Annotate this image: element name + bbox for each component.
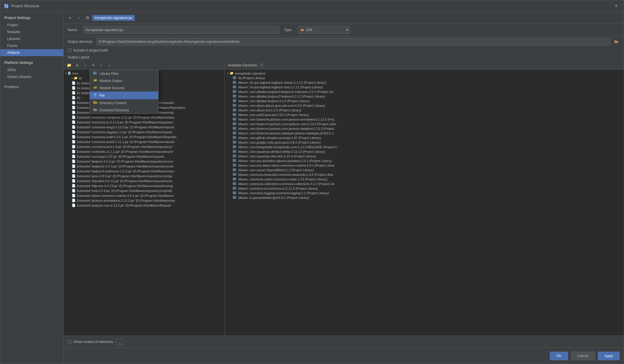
svg-rect-53 (234, 122, 235, 125)
tree-item-extracted[interactable]: 📄Extracted 'commons-lang3-3.12.0.jar' (D… (64, 125, 225, 129)
tree-item-extracted[interactable]: 📄Extracted 'commons-pool2-2.11.1.jar' (D… (64, 139, 225, 144)
avail-item[interactable]: Maven: com.squareup.okhttp3:okhttp:3.12.… (225, 149, 624, 154)
tree-item-extracted[interactable]: 📄Extracted 'jackson-core-2.13.3.jar' (D:… (64, 203, 225, 208)
avail-root-icon: 📁 (230, 71, 234, 75)
extracted-item-icon: 📄 (72, 106, 76, 109)
output-dir-input[interactable] (97, 38, 610, 45)
avail-item[interactable]: Maven: commons-beanutils:commons-beanuti… (225, 172, 624, 177)
svg-rect-51 (235, 118, 236, 121)
svg-rect-76 (233, 159, 234, 162)
avail-item[interactable]: Maven: com.fasterxml.jackson.datatype:ja… (225, 131, 624, 136)
tree-item-extracted[interactable]: 📄Extracted 'fastjson-2.0.3.jar' (D:/Prog… (64, 159, 225, 164)
more-options-button[interactable]: ... (115, 339, 123, 345)
move-down-button[interactable]: ↓ (106, 62, 113, 69)
tree-item-extracted[interactable]: 📄Extracted 'ini4j-0.5.4.jar' (D:/Program… (64, 188, 225, 193)
svg-rect-44 (234, 108, 235, 111)
avail-item[interactable]: Maven: com.zaxxer:SparseBitSet:1.2 (Proj… (225, 168, 624, 172)
avail-item[interactable]: Maven: com.alibaba.fastjson2:fastjson2:2… (225, 94, 624, 99)
remove-artifact-button[interactable]: − (75, 14, 83, 22)
name-input[interactable] (83, 26, 279, 34)
svg-rect-39 (235, 99, 236, 102)
avail-item[interactable]: Maven: com.sun.istack:istack-commons-run… (225, 163, 624, 168)
sidebar-item-sdks[interactable]: SDKs (0, 66, 63, 73)
tree-item-extracted[interactable]: 📄Extracted 'httpcore-4.4.13.jar' (D:/Pro… (64, 183, 225, 188)
move-up-button[interactable]: ↑ (98, 62, 105, 69)
avail-item[interactable]: Maven: com.auth0:java-jwt:3.19.2 (Projec… (225, 113, 624, 117)
avail-item[interactable]: Maven: io.jsonwebtoken:jjwt:0.9.1 (Proje… (225, 195, 624, 200)
apply-button[interactable]: Apply (598, 352, 620, 360)
copy-artifact-button[interactable]: ⧉ (84, 14, 91, 22)
tree-item-extracted[interactable]: 📄Extracted 'commons-logging-1.2.jar' (D:… (64, 129, 225, 134)
avail-item[interactable]: Maven: com.alibaba:fastjson:2.0.3 (Proje… (225, 99, 624, 103)
avail-item[interactable]: Maven: com.fasterxml.jackson.core:jackso… (225, 117, 624, 122)
sidebar-item-global-libraries[interactable]: Global Libraries (0, 73, 63, 80)
tree-item-extracted[interactable]: 📄Extracted 'fastjson2-2.0.3.jar' (D:/Pro… (64, 164, 225, 169)
close-button[interactable]: × (612, 2, 620, 10)
avail-item[interactable]: Maven: com.loongstudio:loongstudio-core:… (225, 145, 624, 149)
dropdown-item-extracted-directory[interactable]: E Extracted Directory (90, 106, 158, 114)
sidebar-item-problems[interactable]: Problems (0, 83, 63, 91)
tree-item-extracted[interactable]: 📄Extracted 'commons-compress-1.21.jar' (… (64, 115, 225, 120)
remove-element-button[interactable]: − (81, 62, 89, 69)
tree-item-extracted[interactable]: 📄Extracted 'commons-text-1.9.jar' (D:/Pr… (64, 144, 225, 149)
avail-item[interactable]: Maven: commons-logging:commons-logging:1… (225, 191, 624, 195)
tree-item-extracted[interactable]: 📄Extracted 'jackson-annotations-2.13.3.j… (64, 198, 225, 203)
tree-item-extracted[interactable]: 📄Extracted 'commons-math3-3.6.1.jar' (D:… (64, 134, 225, 139)
dropdown-item-module-sources[interactable]: S Module Sources (90, 84, 158, 92)
avail-item[interactable]: Maven: com.alibaba.fastjson2:fastjson2-e… (225, 89, 624, 94)
dropdown-item-module-output[interactable]: M Module Output (90, 77, 158, 84)
avail-item[interactable]: Maven: commons-collections:commons-colle… (225, 182, 624, 186)
svg-rect-31 (233, 90, 234, 93)
avail-item[interactable]: lib (Project Library) (225, 76, 624, 80)
selected-artifact-label[interactable]: loongstudio-signature:jar (92, 15, 135, 21)
type-select[interactable]: JAR JAR ▾ (298, 26, 350, 34)
add-folder-button[interactable]: 📁 (65, 62, 73, 69)
svg-rect-22 (233, 76, 234, 79)
avail-item[interactable]: Maven: com.sun.activation:jakarta.activa… (225, 159, 624, 163)
svg-rect-77 (234, 159, 235, 162)
browse-dir-button[interactable] (613, 38, 620, 45)
svg-rect-41 (234, 104, 235, 107)
tree-item-extracted[interactable]: 📄Extracted 'gson-2.8.9.jar' (D:/Program … (64, 174, 225, 178)
avail-root-item[interactable]: ▾ 📁 loongstudio-signature (225, 71, 624, 76)
tree-item-extracted[interactable]: 📄Extracted 'curvesapi-1.07.jar' (D:/Prog… (64, 154, 225, 159)
jar-type-icon: JAR (300, 28, 304, 32)
tree-item-extracted[interactable]: 📄Extracted 'fastjson2-extension-2.0.3.ja… (64, 169, 225, 174)
dropdown-item-directory-content[interactable]: Directory Content (90, 99, 158, 106)
dropdown-item-file[interactable]: File (90, 92, 158, 99)
tree-item-extracted[interactable]: 📄Extracted 'httpclient-4.5.13.jar' (D:/P… (64, 178, 225, 183)
avail-item[interactable]: Maven: com.aliyun:tea:1.2.0 (Project Lib… (225, 108, 624, 113)
avail-item[interactable]: Maven: com.github.virtuald:curvesapi:1.0… (225, 136, 624, 140)
sort-button[interactable]: ⇅ (90, 62, 97, 69)
sidebar-item-facets[interactable]: Facets (0, 42, 63, 49)
extracted-item-label: Extracted 'gson-2.8.9.jar' (D:/Program K… (77, 174, 172, 178)
add-artifact-button[interactable]: + (66, 14, 74, 22)
avail-item[interactable]: Maven: com.fasterxml.jackson.core:jackso… (225, 122, 624, 126)
available-elements-content: ▾ 📁 loongstudio-signature lib (Project L… (225, 70, 624, 336)
avail-item[interactable]: Maven: commons-codec:commons-codec:1.15 … (225, 177, 624, 182)
sidebar-item-project[interactable]: Project (0, 22, 63, 28)
help-icon[interactable]: ? (259, 63, 264, 68)
extracted-item-icon: 📄 (72, 199, 76, 202)
show-content-checkbox[interactable] (68, 340, 72, 344)
svg-rect-43 (233, 108, 234, 111)
sidebar-item-artifacts[interactable]: Artifacts (0, 49, 63, 56)
avail-item[interactable]: Maven: com.squareup.okio:okio:1.15.0 (Pr… (225, 154, 624, 159)
tree-item-extracted[interactable]: 📄Extracted 'istack-commons-runtime-4.0.1… (64, 193, 225, 198)
avail-item[interactable]: Maven: com.aliyun:aliyun-java-sdk-core:4… (225, 103, 624, 108)
dropdown-item-library-files[interactable]: Library Files (90, 70, 158, 77)
avail-item[interactable]: Maven: ch.qos.logback:logback-classic:1.… (225, 80, 624, 85)
avail-item[interactable]: Maven: commons-io:commons-io:2.11.0 (Pro… (225, 186, 624, 191)
sidebar-item-libraries[interactable]: Libraries (0, 35, 63, 42)
add-element-button[interactable]: + (73, 62, 81, 69)
library-files-label: Library Files (100, 72, 118, 76)
avail-item[interactable]: Maven: com.google.code.gson:gson:2.8.9 (… (225, 140, 624, 145)
sidebar-item-modules[interactable]: Modules (0, 28, 63, 35)
include-checkbox[interactable] (68, 48, 72, 52)
avail-item[interactable]: Maven: com.fasterxml.jackson.core:jackso… (225, 126, 624, 131)
ok-button[interactable]: OK (550, 352, 568, 360)
tree-item-extracted[interactable]: 📄Extracted 'commons-io-2.11.0.jar' (D:/P… (64, 120, 225, 125)
cancel-button[interactable]: Cancel (571, 352, 595, 360)
tree-item-extracted[interactable]: 📄Extracted 'controlsfx-11.1.1.jar' (D:/P… (64, 149, 225, 154)
avail-item[interactable]: Maven: ch.qos.logback:logback-core:1.2.1… (225, 85, 624, 89)
